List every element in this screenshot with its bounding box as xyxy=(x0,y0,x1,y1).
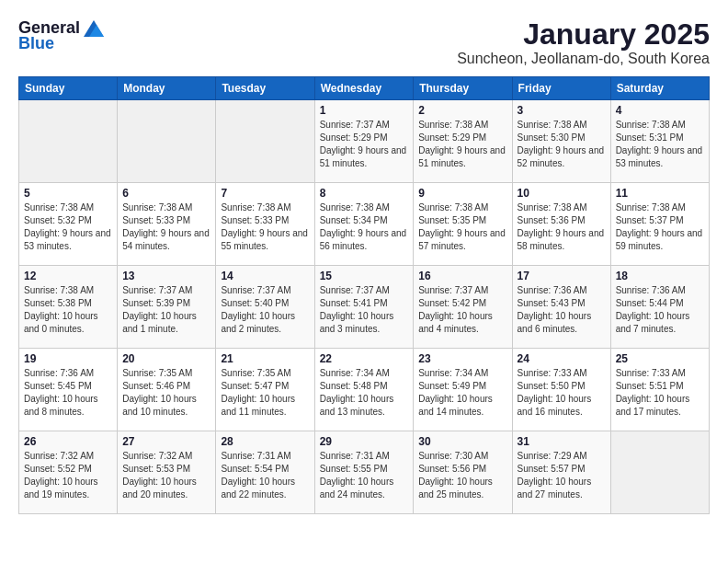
day-info: Sunrise: 7:31 AM Sunset: 5:55 PM Dayligh… xyxy=(320,450,409,501)
calendar-cell: 31Sunrise: 7:29 AM Sunset: 5:57 PM Dayli… xyxy=(512,431,610,514)
day-info: Sunrise: 7:38 AM Sunset: 5:33 PM Dayligh… xyxy=(221,201,309,253)
day-number: 2 xyxy=(418,104,506,117)
day-number: 8 xyxy=(320,187,409,200)
calendar-cell: 7Sunrise: 7:38 AM Sunset: 5:33 PM Daylig… xyxy=(216,183,314,266)
day-info: Sunrise: 7:33 AM Sunset: 5:51 PM Dayligh… xyxy=(616,367,704,419)
day-info: Sunrise: 7:37 AM Sunset: 5:41 PM Dayligh… xyxy=(320,284,409,336)
day-number: 4 xyxy=(616,104,704,117)
day-info: Sunrise: 7:36 AM Sunset: 5:44 PM Dayligh… xyxy=(616,284,704,336)
day-info: Sunrise: 7:38 AM Sunset: 5:29 PM Dayligh… xyxy=(418,119,506,170)
calendar-week-4: 19Sunrise: 7:36 AM Sunset: 5:45 PM Dayli… xyxy=(19,349,710,431)
day-info: Sunrise: 7:38 AM Sunset: 5:32 PM Dayligh… xyxy=(24,201,112,253)
day-info: Sunrise: 7:34 AM Sunset: 5:49 PM Dayligh… xyxy=(418,367,506,419)
day-number: 23 xyxy=(418,352,506,365)
day-number: 12 xyxy=(24,270,112,282)
day-number: 14 xyxy=(221,270,309,282)
calendar-cell: 14Sunrise: 7:37 AM Sunset: 5:40 PM Dayli… xyxy=(216,266,314,349)
day-info: Sunrise: 7:29 AM Sunset: 5:57 PM Dayligh… xyxy=(518,450,606,501)
day-info: Sunrise: 7:37 AM Sunset: 5:40 PM Dayligh… xyxy=(221,284,309,336)
title-area: January 2025 Suncheon, Jeollanam-do, Sou… xyxy=(457,18,710,67)
calendar-cell: 23Sunrise: 7:34 AM Sunset: 5:49 PM Dayli… xyxy=(414,349,512,431)
calendar-cell: 29Sunrise: 7:31 AM Sunset: 5:55 PM Dayli… xyxy=(314,431,414,514)
calendar-cell xyxy=(19,100,118,183)
logo-icon xyxy=(84,20,104,37)
calendar-cell xyxy=(216,100,314,183)
day-info: Sunrise: 7:36 AM Sunset: 5:45 PM Dayligh… xyxy=(24,367,112,419)
day-info: Sunrise: 7:33 AM Sunset: 5:50 PM Dayligh… xyxy=(518,367,606,419)
day-number: 29 xyxy=(320,435,409,448)
day-header-saturday: Saturday xyxy=(610,77,709,100)
calendar-cell: 5Sunrise: 7:38 AM Sunset: 5:32 PM Daylig… xyxy=(19,183,118,266)
calendar-cell: 13Sunrise: 7:37 AM Sunset: 5:39 PM Dayli… xyxy=(118,266,216,349)
day-number: 15 xyxy=(320,270,409,282)
day-info: Sunrise: 7:31 AM Sunset: 5:54 PM Dayligh… xyxy=(221,450,309,501)
day-number: 3 xyxy=(518,104,606,117)
day-number: 21 xyxy=(221,352,309,365)
day-number: 24 xyxy=(518,352,606,365)
day-number: 11 xyxy=(616,187,704,200)
calendar-cell: 1Sunrise: 7:37 AM Sunset: 5:29 PM Daylig… xyxy=(314,100,414,183)
day-number: 9 xyxy=(418,187,506,200)
calendar-week-3: 12Sunrise: 7:38 AM Sunset: 5:38 PM Dayli… xyxy=(19,266,710,349)
calendar-cell: 20Sunrise: 7:35 AM Sunset: 5:46 PM Dayli… xyxy=(118,349,216,431)
day-number: 18 xyxy=(616,270,704,282)
calendar-cell: 25Sunrise: 7:33 AM Sunset: 5:51 PM Dayli… xyxy=(610,349,709,431)
calendar-cell: 26Sunrise: 7:32 AM Sunset: 5:52 PM Dayli… xyxy=(19,431,118,514)
calendar-cell: 17Sunrise: 7:36 AM Sunset: 5:43 PM Dayli… xyxy=(512,266,610,349)
logo-blue-text: Blue xyxy=(18,34,54,53)
day-info: Sunrise: 7:38 AM Sunset: 5:30 PM Dayligh… xyxy=(518,119,606,170)
day-info: Sunrise: 7:34 AM Sunset: 5:48 PM Dayligh… xyxy=(320,367,409,419)
calendar-cell: 27Sunrise: 7:32 AM Sunset: 5:53 PM Dayli… xyxy=(118,431,216,514)
day-info: Sunrise: 7:32 AM Sunset: 5:52 PM Dayligh… xyxy=(24,450,112,501)
day-number: 7 xyxy=(221,187,309,200)
calendar-cell: 18Sunrise: 7:36 AM Sunset: 5:44 PM Dayli… xyxy=(610,266,709,349)
calendar-cell: 10Sunrise: 7:38 AM Sunset: 5:36 PM Dayli… xyxy=(512,183,610,266)
calendar-cell: 6Sunrise: 7:38 AM Sunset: 5:33 PM Daylig… xyxy=(118,183,216,266)
calendar-cell: 11Sunrise: 7:38 AM Sunset: 5:37 PM Dayli… xyxy=(610,183,709,266)
calendar-cell: 2Sunrise: 7:38 AM Sunset: 5:29 PM Daylig… xyxy=(414,100,512,183)
calendar-cell xyxy=(118,100,216,183)
calendar-cell: 21Sunrise: 7:35 AM Sunset: 5:47 PM Dayli… xyxy=(216,349,314,431)
day-info: Sunrise: 7:38 AM Sunset: 5:36 PM Dayligh… xyxy=(518,201,606,253)
days-header-row: SundayMondayTuesdayWednesdayThursdayFrid… xyxy=(19,77,710,100)
day-header-monday: Monday xyxy=(118,77,216,100)
calendar-cell xyxy=(610,431,709,514)
calendar-cell: 12Sunrise: 7:38 AM Sunset: 5:38 PM Dayli… xyxy=(19,266,118,349)
day-header-sunday: Sunday xyxy=(19,77,118,100)
calendar-table: SundayMondayTuesdayWednesdayThursdayFrid… xyxy=(18,76,710,514)
day-number: 17 xyxy=(518,270,606,282)
calendar-week-2: 5Sunrise: 7:38 AM Sunset: 5:32 PM Daylig… xyxy=(19,183,710,266)
day-info: Sunrise: 7:37 AM Sunset: 5:29 PM Dayligh… xyxy=(320,119,409,170)
day-number: 26 xyxy=(24,435,112,448)
day-number: 19 xyxy=(24,352,112,365)
calendar-cell: 4Sunrise: 7:38 AM Sunset: 5:31 PM Daylig… xyxy=(610,100,709,183)
logo: General Blue xyxy=(18,18,104,53)
day-info: Sunrise: 7:30 AM Sunset: 5:56 PM Dayligh… xyxy=(418,450,506,501)
day-number: 5 xyxy=(24,187,112,200)
calendar-cell: 15Sunrise: 7:37 AM Sunset: 5:41 PM Dayli… xyxy=(314,266,414,349)
calendar-cell: 30Sunrise: 7:30 AM Sunset: 5:56 PM Dayli… xyxy=(414,431,512,514)
calendar-cell: 9Sunrise: 7:38 AM Sunset: 5:35 PM Daylig… xyxy=(414,183,512,266)
page-header: General Blue January 2025 Suncheon, Jeol… xyxy=(18,18,710,67)
day-header-tuesday: Tuesday xyxy=(216,77,314,100)
day-number: 6 xyxy=(122,187,210,200)
calendar-cell: 28Sunrise: 7:31 AM Sunset: 5:54 PM Dayli… xyxy=(216,431,314,514)
day-number: 13 xyxy=(122,270,210,282)
calendar-cell: 19Sunrise: 7:36 AM Sunset: 5:45 PM Dayli… xyxy=(19,349,118,431)
day-info: Sunrise: 7:38 AM Sunset: 5:31 PM Dayligh… xyxy=(616,119,704,170)
calendar-week-1: 1Sunrise: 7:37 AM Sunset: 5:29 PM Daylig… xyxy=(19,100,710,183)
calendar-cell: 24Sunrise: 7:33 AM Sunset: 5:50 PM Dayli… xyxy=(512,349,610,431)
day-info: Sunrise: 7:35 AM Sunset: 5:47 PM Dayligh… xyxy=(221,367,309,419)
day-info: Sunrise: 7:38 AM Sunset: 5:37 PM Dayligh… xyxy=(616,201,704,253)
day-header-wednesday: Wednesday xyxy=(314,77,414,100)
day-header-thursday: Thursday xyxy=(414,77,512,100)
day-info: Sunrise: 7:36 AM Sunset: 5:43 PM Dayligh… xyxy=(518,284,606,336)
day-info: Sunrise: 7:37 AM Sunset: 5:39 PM Dayligh… xyxy=(122,284,210,336)
calendar-title: January 2025 xyxy=(457,18,710,51)
calendar-subtitle: Suncheon, Jeollanam-do, South Korea xyxy=(457,51,710,67)
day-number: 31 xyxy=(518,435,606,448)
day-info: Sunrise: 7:35 AM Sunset: 5:46 PM Dayligh… xyxy=(122,367,210,419)
day-info: Sunrise: 7:32 AM Sunset: 5:53 PM Dayligh… xyxy=(122,450,210,501)
calendar-cell: 16Sunrise: 7:37 AM Sunset: 5:42 PM Dayli… xyxy=(414,266,512,349)
day-number: 28 xyxy=(221,435,309,448)
